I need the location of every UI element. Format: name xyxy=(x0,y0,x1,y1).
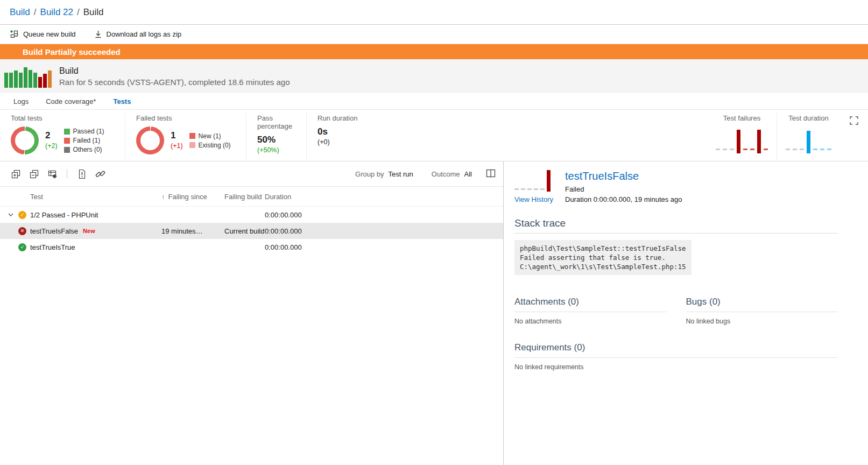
link-icon[interactable] xyxy=(92,166,108,182)
queue-new-build-button[interactable]: Queue new build xyxy=(10,30,76,39)
attachments-empty-text: No attachments xyxy=(514,318,667,325)
total-tests-delta: (+2) xyxy=(45,141,58,151)
bugs-empty-text: No linked bugs xyxy=(686,318,838,325)
test-duration-label: Test duration xyxy=(782,114,835,122)
group-row-name: 1/2 Passed - PHPUnit xyxy=(30,211,161,219)
view-history-link[interactable]: View History xyxy=(514,195,553,203)
test-duration-value: 0:00:00.000 xyxy=(265,243,503,251)
pass-percentage-stat: Pass percentage 50% (+50%) xyxy=(246,113,306,161)
passed-swatch xyxy=(64,129,70,135)
tab-logs[interactable]: Logs xyxy=(13,97,29,105)
group-row-duration: 0:00:00.000 xyxy=(265,211,503,219)
breadcrumb-separator: / xyxy=(77,7,80,18)
download-logs-button[interactable]: Download all logs as zip xyxy=(94,30,181,38)
breadcrumb: Build / Build 22 / Build xyxy=(0,0,868,25)
legend-others-label: Others (0) xyxy=(73,146,102,153)
run-duration-delta: (+0) xyxy=(317,137,358,147)
fullscreen-icon[interactable] xyxy=(849,115,859,161)
pass-percentage-value: 50% xyxy=(257,135,299,145)
queue-new-build-icon xyxy=(10,30,19,39)
collapse-all-icon[interactable] xyxy=(26,166,42,182)
failing-build-value: Current build xyxy=(224,227,265,235)
build-test-results-page: Build / Build 22 / Build Queue new build… xyxy=(0,0,868,465)
requirements-heading: Requirements (0) xyxy=(514,342,838,358)
breadcrumb-separator: / xyxy=(34,7,37,18)
new-badge: New xyxy=(83,228,95,234)
stack-trace-code: phpBuild\Test\SampleTest::testTrueIsFals… xyxy=(514,240,691,275)
build-status-banner: Build Partially succeeded xyxy=(0,44,868,59)
breadcrumb-build22-link[interactable]: Build 22 xyxy=(40,7,73,18)
failure-bar xyxy=(547,170,551,192)
test-row-failed[interactable]: ✕ testTrueIsFalse New 19 minutes… Curren… xyxy=(0,223,503,239)
command-bar: Queue new build Download all logs as zip xyxy=(0,25,868,44)
group-by-label: Group by xyxy=(355,170,384,178)
attachments-section: Attachments (0) No attachments xyxy=(514,297,667,325)
new-swatch xyxy=(189,133,195,139)
attachments-heading: Attachments (0) xyxy=(514,297,667,312)
stack-trace-section: Stack trace phpBuild\Test\SampleTest::te… xyxy=(514,217,838,275)
test-failures-label: Test failures xyxy=(712,114,771,122)
total-tests-donut-chart xyxy=(11,126,39,154)
detail-test-title[interactable]: testTrueIsFalse xyxy=(565,169,682,183)
column-header-test[interactable]: Test xyxy=(30,193,161,201)
total-tests-stat: Total tests 2 (+2) Passed (1) Failed (1)… xyxy=(0,113,125,161)
queue-new-build-label: Queue new build xyxy=(23,30,76,38)
total-tests-label: Total tests xyxy=(11,114,117,122)
failed-tests-legend: New (1) Existing (0) xyxy=(189,132,231,149)
legend-passed-label: Passed (1) xyxy=(73,128,104,135)
tab-tests[interactable]: Tests xyxy=(113,97,131,105)
total-tests-value: 2 xyxy=(45,130,58,141)
split-view-icon[interactable] xyxy=(485,168,497,180)
test-name-passed: testTrueIsTrue xyxy=(30,243,161,251)
run-duration-value: 0s xyxy=(317,126,358,137)
column-header-duration[interactable]: Duration xyxy=(265,193,503,201)
column-header-failing-build[interactable]: Failing build xyxy=(224,193,265,201)
others-swatch xyxy=(64,147,70,153)
test-duration-chart xyxy=(782,126,835,153)
toolbar-separator xyxy=(67,169,67,179)
test-duration-value: 0:00:00.000 xyxy=(265,227,503,235)
test-name-failed: testTrueIsFalse xyxy=(30,227,78,235)
breadcrumb-build-link[interactable]: Build xyxy=(10,7,30,18)
test-history-sparkline xyxy=(514,169,556,192)
download-logs-label: Download all logs as zip xyxy=(107,30,181,38)
tab-code-coverage[interactable]: Code coverage* xyxy=(46,97,96,105)
expand-all-icon[interactable] xyxy=(8,166,24,182)
sort-ascending-icon: ↑ xyxy=(161,193,165,201)
test-detail-pane: View History testTrueIsFalse Failed Dura… xyxy=(504,161,868,465)
column-options-icon[interactable] xyxy=(44,166,60,182)
detail-header: View History testTrueIsFalse Failed Dura… xyxy=(514,169,838,203)
breadcrumb-current: Build xyxy=(83,7,104,18)
chevron-down-icon[interactable] xyxy=(6,210,15,219)
test-summary-strip: Total tests 2 (+2) Passed (1) Failed (1)… xyxy=(0,110,868,161)
column-header-failing-since[interactable]: ↑Failing since xyxy=(161,193,224,201)
bugs-heading: Bugs (0) xyxy=(686,297,838,312)
failed-swatch xyxy=(64,138,70,144)
test-duration-trend: Test duration xyxy=(777,113,840,161)
tab-bar: Logs Code coverage* Tests xyxy=(0,93,868,110)
failed-tests-donut-chart xyxy=(136,126,164,154)
failure-bar xyxy=(757,130,761,153)
download-icon xyxy=(94,30,102,38)
outcome-dropdown[interactable]: All xyxy=(464,170,472,178)
test-group-row[interactable]: ✓ 1/2 Passed - PHPUnit 0:00:00.000 xyxy=(0,207,503,223)
pass-percentage-label: Pass percentage xyxy=(257,114,299,130)
test-failures-trend: Test failures xyxy=(707,113,777,161)
pass-percentage-delta: (+50%) xyxy=(257,145,299,155)
detail-duration-line: Duration 0:00:00.000, 19 minutes ago xyxy=(565,195,682,203)
detail-outcome: Failed xyxy=(565,185,682,193)
failed-tests-label: Failed tests xyxy=(136,114,238,122)
build-status-text: Build Partially succeeded xyxy=(23,47,121,57)
failed-tests-stat: Failed tests 1 (+1) New (1) Existing (0) xyxy=(125,113,246,161)
legend-new-label: New (1) xyxy=(199,132,221,140)
test-row-passed[interactable]: ✓ testTrueIsTrue 0:00:00.000 xyxy=(0,239,503,255)
run-duration-label: Run duration xyxy=(317,114,358,122)
total-tests-legend: Passed (1) Failed (1) Others (0) xyxy=(64,128,104,153)
duration-bar xyxy=(807,131,810,153)
failed-tests-value: 1 xyxy=(171,130,183,141)
failed-test-icon: ✕ xyxy=(18,227,26,235)
build-summary: Build Ran for 5 seconds (VSTS-AGENT), co… xyxy=(0,59,868,93)
group-by-dropdown[interactable]: Test run xyxy=(389,170,413,178)
error-details-icon[interactable] xyxy=(74,166,90,182)
legend-failed-label: Failed (1) xyxy=(73,137,101,144)
